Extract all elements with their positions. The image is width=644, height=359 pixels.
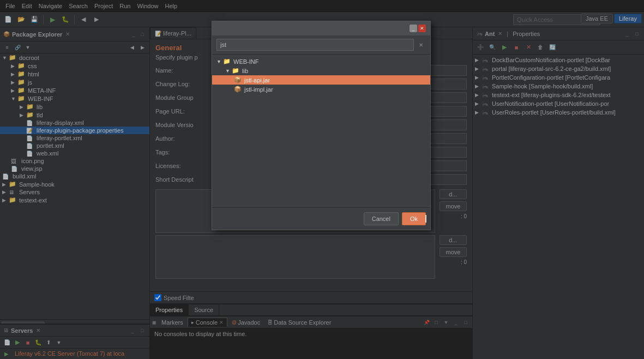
dialog-tree: ▼ 📁 WEB-INF ▼ 📁 lib 📦 jstl-api.jar � [212,55,430,207]
dialog-ok-btn[interactable]: Ok [402,212,426,225]
dialog-tree-label: jstl-impl.jar [244,86,273,93]
dialog-cancel-btn[interactable]: Cancel [364,212,399,225]
dialog-overlay: _ ✕ ✕ ▼ 📁 WEB-INF ▼ 📁 [0,0,644,359]
jar-file-icon: 📦 [234,86,243,93]
dialog-close-btn[interactable]: ✕ [418,25,426,32]
dialog-tree-label: WEB-INF [233,58,258,65]
dialog-tree-item-webinf[interactable]: ▼ 📁 WEB-INF [212,57,430,66]
dialog-tree-label: jstl-api.jar [244,77,270,83]
dialog-tree-item-lib[interactable]: ▼ 📁 lib [212,66,430,75]
dialog-tree-item-jstl-impl[interactable]: 📦 jstl-impl.jar [212,85,430,94]
dialog-tree-item-jstl-api[interactable]: 📦 jstl-api.jar [212,75,430,85]
dialog-titlebar: _ ✕ [212,21,430,35]
expand-icon: ▼ [216,59,223,64]
expand-icon: ▼ [225,68,232,74]
dialog-tree-label: lib [242,68,248,74]
dialog-buttons: Cancel Ok [212,207,430,230]
dialog-search-bar: ✕ [212,35,430,55]
dialog-search-clear-btn[interactable]: ✕ [416,40,426,50]
jar-file-icon: 📦 [234,76,243,83]
dialog: _ ✕ ✕ ▼ 📁 WEB-INF ▼ 📁 [212,21,431,230]
dialog-minimize-btn[interactable]: _ [410,25,417,32]
folder-icon: 📁 [223,58,232,65]
dialog-search-input[interactable] [216,39,414,51]
folder-icon: 📁 [232,67,240,74]
